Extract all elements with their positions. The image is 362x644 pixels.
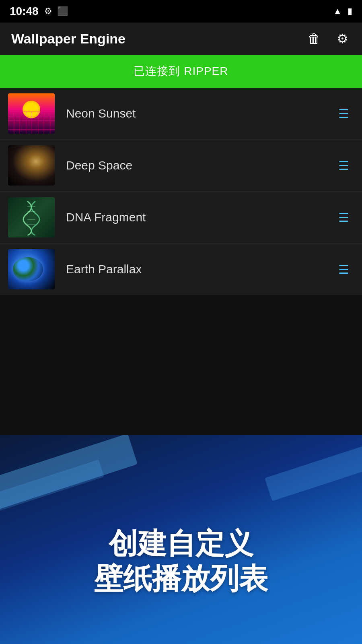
promo-text: 创建自定义壁纸播放列表 <box>0 526 362 596</box>
earth-preview <box>8 249 55 289</box>
settings-status-icon: ⚙ <box>44 6 52 17</box>
list-item[interactable]: Deep Space ☰ <box>0 140 362 192</box>
wallpaper-thumbnail-earth <box>8 249 55 289</box>
delete-button[interactable]: 🗑 <box>305 29 323 49</box>
header-action-icons: 🗑 ⚙ <box>305 29 351 49</box>
status-left: 10:48 ⚙ ⬛ <box>10 5 68 18</box>
empty-area <box>0 295 362 440</box>
menu-icon-dna[interactable]: ☰ <box>333 207 354 228</box>
menu-icon-deep-space[interactable]: ☰ <box>333 155 354 176</box>
wallpaper-name-earth: Earth Parallax <box>55 262 333 276</box>
settings-button[interactable]: ⚙ <box>334 29 351 49</box>
promo-section: 创建自定义壁纸播放列表 <box>0 435 362 644</box>
list-item[interactable]: DNA Fragment ☰ <box>0 192 362 244</box>
dna-graphic <box>19 199 43 235</box>
screenshot-status-icon: ⬛ <box>57 6 68 17</box>
battery-status-icon: ▮ <box>348 6 352 17</box>
wallpaper-thumbnail-deep-space <box>8 145 55 186</box>
list-item[interactable]: Earth Parallax ☰ <box>0 244 362 295</box>
wallpaper-thumbnail-dna <box>8 197 55 237</box>
wallpaper-name-deep-space: Deep Space <box>55 159 333 172</box>
promo-background: 创建自定义壁纸播放列表 <box>0 435 362 644</box>
deep-space-preview <box>8 145 55 186</box>
neon-sunset-preview <box>8 93 55 134</box>
status-system-icons: ⚙ ⬛ <box>44 6 68 17</box>
list-item[interactable]: Neon Sunset ☰ <box>0 88 362 140</box>
app-header: Wallpaper Engine 🗑 ⚙ <box>0 23 362 55</box>
grid-graphic <box>8 111 55 134</box>
wallpaper-name-dna: DNA Fragment <box>55 211 333 224</box>
status-bar: 10:48 ⚙ ⬛ ▲ ▮ <box>0 0 362 23</box>
status-right: ▲ ▮ <box>333 6 352 17</box>
connection-banner: 已连接到 RIPPER <box>0 55 362 88</box>
dna-preview <box>8 197 55 237</box>
app-title: Wallpaper Engine <box>11 31 125 47</box>
connection-text: 已连接到 RIPPER <box>134 65 228 77</box>
wallpaper-list: Neon Sunset ☰ Deep Space ☰ DNA Fragment <box>0 88 362 295</box>
menu-icon-earth[interactable]: ☰ <box>333 259 354 280</box>
wallpaper-name-neon: Neon Sunset <box>55 107 333 120</box>
wallpaper-thumbnail-neon <box>8 93 55 134</box>
promo-light-3 <box>265 441 362 501</box>
menu-icon-neon[interactable]: ☰ <box>333 103 354 124</box>
wifi-status-icon: ▲ <box>333 6 342 17</box>
status-time: 10:48 <box>10 5 39 18</box>
